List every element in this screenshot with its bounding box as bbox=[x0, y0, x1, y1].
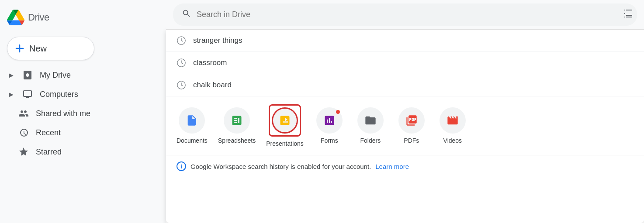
filter-pdfs[interactable]: PDFs bbox=[396, 107, 427, 144]
filter-forms-label: Forms bbox=[321, 137, 338, 144]
new-button-label: New bbox=[29, 44, 47, 54]
shared-icon bbox=[17, 108, 30, 119]
info-icon: i bbox=[177, 161, 186, 171]
drive-logo bbox=[7, 9, 24, 26]
expand-arrow-computers-icon: ▶ bbox=[9, 91, 14, 98]
spreadsheets-icon-circle bbox=[224, 107, 250, 134]
suggestion-chalk-board[interactable]: chalk board bbox=[166, 74, 644, 96]
new-button[interactable]: New bbox=[7, 37, 94, 60]
expand-arrow-icon: ▶ bbox=[9, 72, 14, 79]
presentations-icon-circle bbox=[272, 107, 298, 134]
computer-icon bbox=[21, 89, 34, 99]
sidebar-item-starred[interactable]: Starred bbox=[0, 142, 159, 161]
sidebar-item-recent-label: Recent bbox=[36, 128, 61, 137]
sidebar-item-my-drive[interactable]: ▶ My Drive bbox=[0, 65, 159, 85]
sidebar-item-computers-label: Computers bbox=[40, 90, 78, 99]
suggestion-classroom[interactable]: classroom bbox=[166, 52, 644, 74]
history-icon-2 bbox=[177, 58, 186, 68]
sidebar-item-starred-label: Starred bbox=[36, 148, 62, 157]
star-icon bbox=[17, 147, 30, 157]
filter-presentations[interactable]: ⬇ Presentations bbox=[266, 104, 304, 147]
filter-spreadsheets-label: Spreadsheets bbox=[218, 137, 256, 144]
filter-row: Documents Spreadsheets ⬇ bbox=[166, 96, 644, 155]
filter-documents[interactable]: Documents bbox=[177, 107, 208, 144]
sidebar-item-shared-label: Shared with me bbox=[36, 109, 90, 118]
filter-forms[interactable]: Forms bbox=[314, 107, 345, 144]
documents-icon-circle bbox=[179, 107, 205, 134]
main-content: stranger things classroom chalk board Do… bbox=[166, 0, 644, 223]
info-text: Google Workspace search history is enabl… bbox=[190, 163, 371, 170]
sidebar-item-my-drive-label: My Drive bbox=[40, 71, 71, 80]
sidebar: Drive New ▶ My Drive ▶ Computers Shared … bbox=[0, 0, 166, 223]
pdfs-icon-circle bbox=[398, 107, 425, 134]
red-arrow-icon: ⬇ bbox=[278, 96, 291, 97]
form-notification-dot bbox=[336, 110, 340, 114]
filter-pdfs-label: PDFs bbox=[404, 137, 419, 144]
presentations-highlight-box bbox=[269, 104, 301, 137]
filter-folders[interactable]: Folders bbox=[355, 107, 386, 144]
sidebar-item-shared-with-me[interactable]: Shared with me bbox=[0, 104, 159, 123]
suggestion-stranger-things[interactable]: stranger things bbox=[166, 30, 644, 52]
my-drive-icon bbox=[21, 70, 34, 80]
sidebar-item-recent[interactable]: Recent bbox=[0, 123, 159, 142]
filter-icon[interactable] bbox=[623, 8, 634, 21]
filter-folders-label: Folders bbox=[360, 137, 381, 144]
history-icon-3 bbox=[177, 80, 186, 90]
search-input[interactable] bbox=[197, 10, 628, 19]
suggestion-text-3: chalk board bbox=[193, 81, 232, 89]
filter-spreadsheets[interactable]: Spreadsheets bbox=[218, 107, 256, 144]
learn-more-link[interactable]: Learn more bbox=[375, 163, 409, 170]
search-dropdown: stranger things classroom chalk board Do… bbox=[166, 30, 644, 223]
plus-icon bbox=[14, 43, 25, 54]
filter-videos[interactable]: Videos bbox=[437, 107, 468, 144]
history-icon-1 bbox=[177, 36, 186, 45]
sidebar-item-computers[interactable]: ▶ Computers bbox=[0, 85, 159, 104]
info-bar: i Google Workspace search history is ena… bbox=[166, 155, 644, 177]
search-icon bbox=[182, 9, 191, 21]
suggestion-text-2: classroom bbox=[193, 58, 227, 67]
app-title: Drive bbox=[28, 12, 49, 23]
search-bar-container bbox=[166, 0, 644, 30]
suggestion-text-1: stranger things bbox=[193, 36, 242, 45]
filter-videos-label: Videos bbox=[443, 137, 462, 144]
forms-icon-circle bbox=[316, 107, 343, 134]
recent-icon bbox=[17, 127, 30, 138]
search-bar[interactable] bbox=[173, 3, 637, 26]
sidebar-header: Drive bbox=[0, 4, 166, 33]
filter-presentations-label: Presentations bbox=[266, 140, 304, 147]
videos-icon-circle bbox=[440, 107, 466, 134]
filter-documents-label: Documents bbox=[177, 137, 208, 144]
folders-icon-circle bbox=[357, 107, 384, 134]
